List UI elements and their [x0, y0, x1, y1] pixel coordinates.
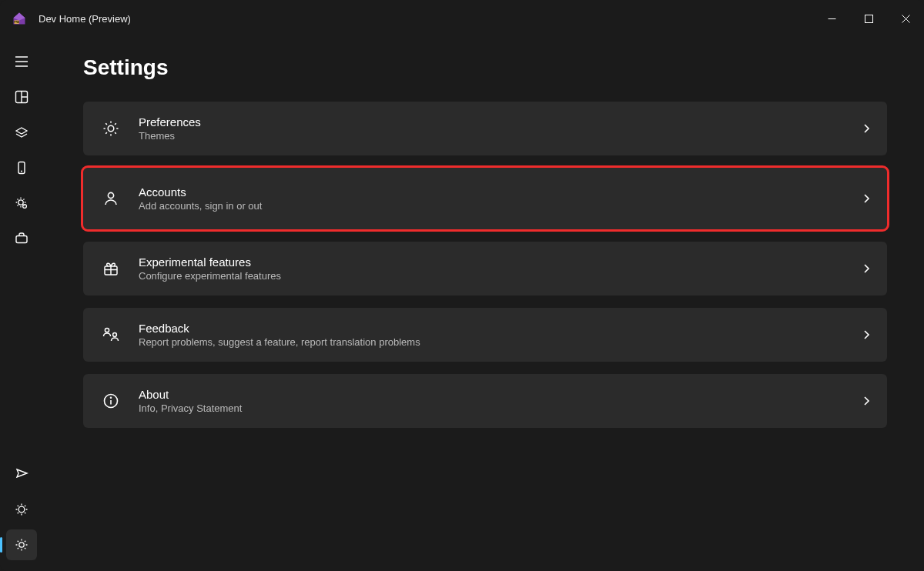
nav-utilities[interactable] [6, 223, 37, 254]
svg-point-14 [18, 200, 23, 205]
minimize-button[interactable] [813, 0, 850, 37]
settings-item-text: Feedback Report problems, suggest a feat… [139, 322, 861, 349]
nav-environments[interactable] [6, 152, 37, 183]
app-icon: PRE [11, 10, 28, 27]
nav-settings[interactable] [6, 529, 37, 560]
svg-point-19 [108, 125, 114, 132]
settings-item-text: Preferences Themes [139, 115, 861, 142]
chevron-right-icon [861, 263, 872, 274]
nav-machine-config[interactable] [6, 117, 37, 148]
nav-dashboard[interactable] [6, 82, 37, 112]
svg-point-24 [105, 328, 109, 332]
settings-item-title: About [139, 388, 861, 402]
info-icon [100, 392, 122, 409]
settings-item-title: Preferences [139, 115, 861, 130]
window-controls [813, 0, 924, 37]
titlebar: PRE Dev Home (Preview) [0, 0, 924, 37]
svg-point-15 [23, 205, 27, 209]
settings-item-subtitle: Info, Privacy Statement [139, 402, 861, 414]
svg-rect-3 [865, 15, 872, 22]
settings-item-title: Feedback [139, 322, 861, 336]
nav-windows-customization[interactable] [6, 188, 37, 219]
svg-point-20 [108, 192, 113, 198]
settings-item-title: Accounts [139, 185, 861, 200]
settings-item-text: Experimental features Configure experime… [139, 255, 861, 282]
chevron-right-icon [861, 193, 872, 204]
window: PRE Dev Home (Preview) [0, 0, 924, 571]
settings-item-subtitle: Configure experimental features [139, 270, 861, 282]
settings-item-title: Experimental features [139, 255, 861, 270]
chevron-right-icon [861, 396, 872, 406]
close-button[interactable] [887, 0, 924, 37]
settings-item-feedback[interactable]: Feedback Report problems, suggest a feat… [83, 308, 887, 362]
svg-point-25 [113, 333, 117, 337]
gear-icon [100, 120, 122, 137]
app-title: Dev Home (Preview) [38, 13, 131, 25]
settings-item-subtitle: Report problems, suggest a feature, repo… [139, 336, 861, 348]
settings-item-text: About Info, Privacy Statement [139, 388, 861, 415]
settings-item-about[interactable]: About Info, Privacy Statement [83, 374, 887, 428]
gift-icon [100, 260, 122, 277]
feedback-icon [100, 326, 122, 343]
nav-hamburger[interactable] [6, 46, 37, 77]
svg-point-17 [18, 506, 25, 513]
person-icon [100, 190, 122, 207]
chevron-right-icon [861, 123, 872, 134]
svg-text:PRE: PRE [14, 21, 20, 24]
maximize-button[interactable] [850, 0, 887, 37]
nav-rail [0, 37, 43, 571]
svg-point-18 [19, 543, 24, 547]
settings-item-accounts[interactable]: Accounts Add accounts, sign in or out [83, 168, 887, 229]
settings-item-text: Accounts Add accounts, sign in or out [139, 185, 861, 212]
settings-item-subtitle: Themes [139, 130, 861, 142]
page-title: Settings [83, 55, 887, 80]
settings-item-preferences[interactable]: Preferences Themes [83, 102, 887, 155]
chevron-right-icon [861, 329, 872, 340]
body-area: Settings Preferences Themes [0, 37, 924, 571]
settings-item-experimental[interactable]: Experimental features Configure experime… [83, 242, 887, 296]
nav-feedback-icon[interactable] [6, 459, 37, 489]
main-content: Settings Preferences Themes [43, 37, 924, 571]
svg-rect-16 [16, 236, 27, 243]
settings-item-subtitle: Add accounts, sign in or out [139, 200, 861, 212]
nav-extensions[interactable] [6, 494, 37, 525]
svg-point-28 [111, 397, 112, 398]
